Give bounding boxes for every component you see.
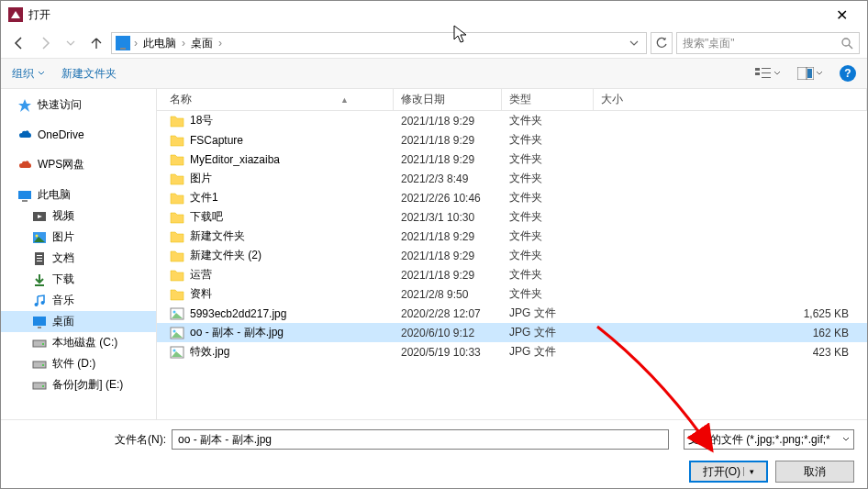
folder-icon	[170, 114, 184, 128]
sort-asc-icon: ▲	[340, 95, 349, 105]
file-row[interactable]: 运营2021/1/18 9:29文件夹	[157, 265, 867, 284]
folder-icon	[170, 249, 184, 263]
file-row[interactable]: 资料2021/2/8 9:50文件夹	[157, 284, 867, 304]
view-options[interactable]	[755, 67, 781, 80]
sidebar-item-desktop[interactable]: 桌面	[1, 311, 156, 332]
file-type: 文件夹	[502, 209, 594, 225]
address-dropdown[interactable]	[626, 39, 642, 48]
sidebar-item-pictures[interactable]: 图片	[1, 227, 156, 248]
file-date: 2021/1/18 9:29	[394, 153, 502, 166]
organize-menu[interactable]: 组织	[12, 66, 45, 82]
address-bar[interactable]: › 此电脑 › 桌面 ›	[111, 32, 647, 54]
col-header-name[interactable]: 名称▲	[157, 89, 394, 110]
sidebar-item-wps[interactable]: WPS网盘	[1, 154, 156, 175]
file-type-filter[interactable]: 支持的文件 (*.jpg;*.png;*.gif;*	[684, 429, 854, 450]
cloud-icon	[17, 158, 32, 172]
search-input[interactable]: 搜索"桌面"	[676, 32, 860, 54]
refresh-button[interactable]	[651, 32, 673, 54]
file-row[interactable]: 18号2021/1/18 9:29文件夹	[157, 111, 867, 130]
file-name: 18号	[190, 113, 213, 128]
file-row[interactable]: 下载吧2021/3/1 10:30文件夹	[157, 207, 867, 227]
svg-rect-9	[762, 77, 771, 78]
sidebar-item-videos[interactable]: 视频	[1, 206, 156, 227]
file-row[interactable]: MyEditor_xiazaiba2021/1/18 9:29文件夹	[157, 150, 867, 169]
file-name: 文件1	[190, 190, 218, 206]
file-size: 1,625 KB	[594, 307, 867, 320]
split-chevron-icon: ▾	[743, 467, 754, 476]
file-size: 162 KB	[594, 327, 867, 339]
file-name: oo - 副本 - 副本.jpg	[190, 325, 284, 340]
search-icon	[840, 37, 853, 50]
filename-input[interactable]	[172, 429, 669, 450]
sidebar: 快速访问 OneDrive WPS网盘 此电脑 视频 图片 文档 下载 音乐 桌…	[1, 89, 157, 419]
col-header-size[interactable]: 大小	[594, 89, 867, 110]
file-row[interactable]: 新建文件夹 (2)2021/1/18 9:29文件夹	[157, 246, 867, 265]
col-header-type[interactable]: 类型	[502, 89, 594, 110]
file-type: 文件夹	[502, 248, 594, 263]
file-type: 文件夹	[502, 286, 594, 302]
folder-icon	[170, 287, 184, 302]
sidebar-item-downloads[interactable]: 下载	[1, 269, 156, 290]
breadcrumb-thispc[interactable]: 此电脑	[141, 36, 178, 51]
close-button[interactable]: ✕	[823, 6, 860, 24]
up-button[interactable]	[85, 32, 107, 54]
file-row[interactable]: FSCapture2021/1/18 9:29文件夹	[157, 130, 867, 150]
svg-rect-14	[22, 200, 28, 202]
recent-dropdown[interactable]	[60, 32, 82, 54]
drive-icon	[32, 357, 47, 372]
open-button[interactable]: 打开(O) ▾	[689, 461, 768, 483]
file-row[interactable]: 5993ecb2dd217.jpg2020/2/28 12:07JPG 文件1,…	[157, 304, 867, 323]
image-icon	[170, 345, 184, 360]
file-date: 2021/1/18 9:29	[394, 115, 502, 128]
file-type: JPG 文件	[502, 306, 594, 321]
new-folder-button[interactable]: 新建文件夹	[61, 66, 117, 82]
breadcrumb-desktop[interactable]: 桌面	[189, 36, 215, 51]
chevron-down-icon	[38, 70, 45, 77]
file-row[interactable]: 新建文件夹2021/1/18 9:29文件夹	[157, 227, 867, 246]
svg-point-32	[42, 385, 44, 387]
chevron-right-icon: ›	[180, 37, 187, 50]
folder-icon	[170, 133, 184, 148]
sidebar-item-onedrive[interactable]: OneDrive	[1, 125, 156, 145]
file-date: 2021/1/18 9:29	[394, 134, 502, 147]
sidebar-item-quick-access[interactable]: 快速访问	[1, 94, 156, 116]
file-row[interactable]: 特效.jpg2020/5/19 10:33JPG 文件423 KB	[157, 342, 867, 361]
file-row[interactable]: oo - 副本 - 副本.jpg2020/6/10 9:12JPG 文件162 …	[157, 323, 867, 342]
sidebar-item-disk-d[interactable]: 软件 (D:)	[1, 353, 156, 374]
file-date: 2021/1/18 9:29	[394, 230, 502, 243]
back-button[interactable]	[8, 32, 30, 54]
main-area: 快速访问 OneDrive WPS网盘 此电脑 视频 图片 文档 下载 音乐 桌…	[1, 89, 867, 419]
file-date: 2021/1/18 9:29	[394, 269, 502, 282]
sidebar-item-thispc[interactable]: 此电脑	[1, 184, 156, 206]
sidebar-item-music[interactable]: 音乐	[1, 290, 156, 311]
cancel-button[interactable]: 取消	[775, 461, 854, 483]
pc-icon	[17, 188, 32, 203]
folder-icon	[170, 210, 184, 225]
file-row[interactable]: 文件12021/2/26 10:46文件夹	[157, 188, 867, 207]
picture-icon	[32, 230, 47, 245]
svg-rect-8	[762, 72, 771, 73]
col-header-date[interactable]: 修改日期	[394, 89, 502, 110]
file-type: 文件夹	[502, 113, 594, 128]
music-icon	[32, 294, 47, 308]
svg-rect-6	[755, 72, 760, 75]
drive-icon	[32, 336, 47, 350]
file-date: 2020/6/10 9:12	[394, 327, 502, 339]
help-button[interactable]: ?	[840, 65, 856, 82]
video-icon	[32, 209, 47, 224]
file-name: FSCapture	[190, 134, 243, 147]
sidebar-item-disk-c[interactable]: 本地磁盘 (C:)	[1, 332, 156, 353]
sidebar-item-disk-e[interactable]: 备份[勿删] (E:)	[1, 374, 156, 395]
folder-icon	[170, 191, 184, 206]
forward-button[interactable]	[34, 32, 56, 54]
file-date: 2021/1/18 9:29	[394, 250, 502, 262]
file-name: 资料	[190, 286, 212, 302]
preview-pane-toggle[interactable]	[797, 67, 823, 80]
file-row[interactable]: 图片2021/2/3 8:49文件夹	[157, 169, 867, 188]
file-name: 特效.jpg	[190, 344, 229, 360]
svg-rect-7	[762, 68, 771, 69]
svg-point-28	[42, 343, 44, 345]
sidebar-item-documents[interactable]: 文档	[1, 248, 156, 269]
image-icon	[170, 326, 184, 340]
image-icon	[170, 306, 184, 321]
